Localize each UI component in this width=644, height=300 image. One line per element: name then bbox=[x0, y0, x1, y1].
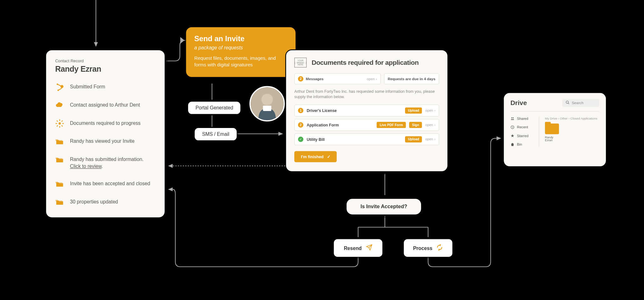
folder-icon bbox=[545, 124, 559, 134]
paper-plane-icon bbox=[366, 244, 372, 252]
hubspot-icon bbox=[55, 83, 64, 92]
portal-generated-node: Portal Generated bbox=[188, 101, 241, 114]
svg-rect-5 bbox=[59, 126, 60, 128]
folder-stack-icon bbox=[55, 137, 64, 146]
activity-docs-required: Documents required to progress bbox=[55, 119, 155, 128]
svg-point-15 bbox=[566, 101, 569, 103]
im-finished-button[interactable]: I'm finished ✓ bbox=[294, 151, 337, 162]
activity-text: Randy has viewed your Invite bbox=[70, 137, 135, 145]
upload-chip[interactable]: Upload bbox=[405, 136, 422, 142]
live-pdf-chip[interactable]: Live PDF Form bbox=[377, 122, 406, 128]
sign-chip[interactable]: Sign bbox=[409, 122, 422, 128]
open-label: open › bbox=[425, 137, 436, 141]
invite-accepted-decision: Is Invite Accepted? bbox=[346, 198, 422, 215]
customer-avatar bbox=[249, 86, 285, 122]
drive-nav-recent[interactable]: Recent bbox=[510, 125, 536, 129]
svg-point-3 bbox=[58, 122, 61, 125]
process-button[interactable]: Process bbox=[403, 239, 453, 257]
messages-count-badge: 2 bbox=[298, 76, 303, 81]
contact-name: Randy Ezran bbox=[55, 65, 155, 74]
click-to-review-link[interactable]: Click to review bbox=[70, 164, 102, 169]
check-icon: ✓ bbox=[327, 154, 330, 158]
contact-record-label: Contact Record bbox=[55, 58, 155, 63]
open-label: open › bbox=[425, 108, 436, 112]
search-icon bbox=[566, 100, 570, 105]
folder-stack-icon bbox=[55, 155, 64, 164]
invite-subtitle: a package of requests bbox=[194, 45, 287, 51]
svg-point-2 bbox=[58, 90, 59, 91]
request-row-application-form[interactable]: 2 Application Form Live PDF Form Sign op… bbox=[294, 119, 439, 131]
svg-rect-4 bbox=[59, 119, 60, 121]
svg-rect-7 bbox=[62, 123, 64, 124]
drive-breadcrumb[interactable]: My Drive › Other › Closed Applications bbox=[545, 116, 599, 120]
messages-open-label: open › bbox=[367, 77, 377, 81]
send-invite-card: Send an Invite a package of requests Req… bbox=[185, 26, 296, 78]
svg-rect-6 bbox=[56, 123, 57, 124]
activity-text: 30 properties updated bbox=[70, 197, 118, 205]
activity-properties-updated: 30 properties updated bbox=[55, 197, 155, 207]
activity-submitted-info: Randy has submitted information. Click t… bbox=[55, 155, 155, 170]
svg-rect-9 bbox=[57, 125, 58, 127]
messages-label: Messages bbox=[306, 77, 324, 81]
row-number-badge: 1 bbox=[298, 108, 303, 113]
brand-logo-placeholder: [YOUR BRAND HERE] bbox=[294, 58, 307, 67]
request-row-utility-bill[interactable]: ✓ Utility Bill Upload open › bbox=[294, 133, 439, 145]
invite-body: Request files, documents, images, and fo… bbox=[194, 55, 287, 68]
upload-chip[interactable]: Upload bbox=[405, 107, 422, 114]
activity-text: Invite has been accepted and closed bbox=[70, 179, 150, 187]
activity-submitted-form: Submitted Form bbox=[55, 83, 155, 92]
svg-rect-8 bbox=[61, 120, 63, 122]
svg-point-13 bbox=[261, 94, 273, 105]
request-name: Application Form bbox=[307, 123, 374, 127]
activity-text: Documents required to progress bbox=[70, 119, 141, 127]
drive-title: Drive bbox=[510, 99, 527, 107]
svg-rect-11 bbox=[61, 125, 63, 127]
drive-search-input[interactable]: Search bbox=[562, 99, 599, 107]
sms-email-node: SMS / Email bbox=[194, 128, 237, 141]
svg-rect-14 bbox=[263, 106, 271, 111]
svg-point-16 bbox=[511, 117, 512, 118]
background-text-fragment: Cust bbox=[329, 33, 349, 44]
activity-viewed: Randy has viewed your Invite bbox=[55, 137, 155, 146]
folder-label: Randy Ezran bbox=[545, 136, 561, 142]
messages-box[interactable]: 2Messages open › bbox=[294, 73, 381, 84]
activity-text: Contact assigned to Arthur Dent bbox=[70, 101, 140, 109]
folder-stack-icon bbox=[55, 179, 64, 188]
drive-card: Drive Search Shared Recent Starred Bin M… bbox=[503, 92, 607, 167]
drive-nav-bin[interactable]: Bin bbox=[510, 142, 536, 147]
open-label: open › bbox=[425, 123, 436, 127]
svg-rect-10 bbox=[57, 120, 58, 122]
portal-title: Documents required for application bbox=[312, 59, 419, 66]
drive-nav-starred[interactable]: Starred bbox=[510, 134, 536, 138]
folder-stack-icon bbox=[55, 197, 64, 207]
drive-nav-shared[interactable]: Shared bbox=[510, 116, 536, 120]
svg-point-1 bbox=[57, 84, 58, 85]
invite-title: Send an Invite bbox=[194, 35, 287, 43]
svg-point-17 bbox=[513, 117, 514, 118]
request-name: Utility Bill bbox=[307, 137, 402, 141]
resend-button[interactable]: Resend bbox=[333, 239, 383, 257]
customer-portal-card: [YOUR BRAND HERE] Documents required for… bbox=[285, 49, 448, 172]
gear-icon bbox=[55, 119, 64, 128]
portal-description: Arthur Dent from FortyTwo Inc. has reque… bbox=[294, 88, 439, 99]
activity-accepted: Invite has been accepted and closed bbox=[55, 179, 155, 188]
request-name: Driver's License bbox=[307, 108, 402, 113]
drive-nav: Shared Recent Starred Bin bbox=[510, 116, 539, 147]
request-row-drivers-license[interactable]: 1 Driver's License Upload open › bbox=[294, 104, 439, 116]
activity-assigned: Contact assigned to Arthur Dent bbox=[55, 101, 155, 110]
check-icon: ✓ bbox=[298, 136, 303, 142]
drive-folder[interactable]: Randy Ezran bbox=[545, 124, 561, 142]
salesforce-icon bbox=[55, 101, 64, 110]
contact-record-card: Contact Record Randy Ezran Submitted For… bbox=[45, 49, 165, 218]
search-placeholder: Search bbox=[572, 101, 583, 105]
activity-text: Randy has submitted information. Click t… bbox=[70, 155, 156, 170]
due-date-box: Requests are due in 4 days bbox=[384, 73, 439, 84]
cycle-icon bbox=[436, 244, 443, 252]
row-number-badge: 2 bbox=[298, 122, 303, 127]
activity-text: Submitted Form bbox=[70, 83, 105, 91]
